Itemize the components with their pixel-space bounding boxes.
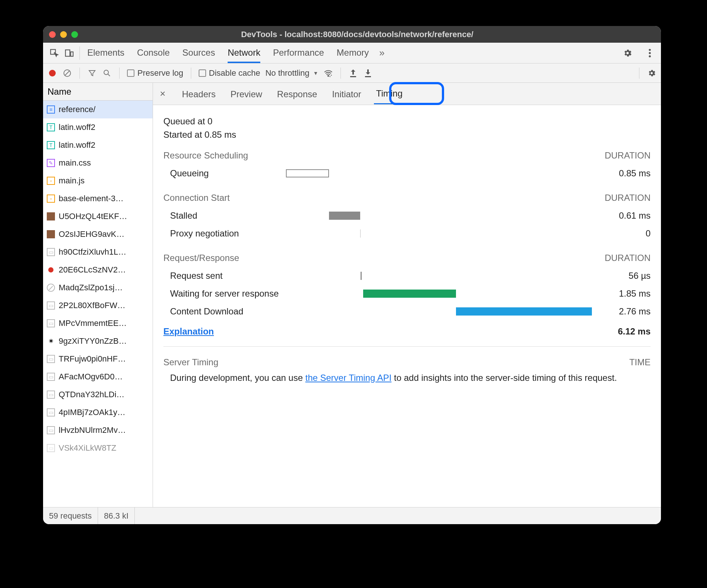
request-list[interactable]: ≡reference/Tlatin.woff2Tlatin.woff2✎main… (43, 101, 153, 507)
minimize-window-icon[interactable] (60, 31, 67, 38)
timing-label: Queueing (163, 168, 286, 179)
tab-memory[interactable]: Memory (337, 43, 369, 63)
status-bar: 59 requests 86.3 kI (43, 507, 661, 524)
network-conditions-icon[interactable] (323, 68, 333, 78)
generic-file-icon: ▭ (47, 391, 55, 399)
request-name: 20E6CLcSzNV2… (59, 265, 126, 275)
disable-cache-checkbox[interactable]: Disable cache (199, 68, 260, 78)
tab-console[interactable]: Console (137, 43, 170, 63)
preserve-log-label: Preserve log (137, 68, 183, 78)
json-file-icon (47, 266, 55, 274)
img-file-icon (47, 212, 55, 220)
generic-file-icon: ▭ (47, 248, 55, 256)
tab-network[interactable]: Network (228, 43, 260, 63)
tab-headers[interactable]: Headers (180, 84, 218, 104)
more-tabs-icon[interactable]: » (379, 47, 384, 59)
preserve-log-checkbox[interactable]: Preserve log (127, 68, 183, 78)
detail-tabs: × Headers Preview Response Initiator Tim… (153, 83, 661, 105)
svg-rect-9 (350, 76, 356, 77)
request-row[interactable]: ▫main.js (43, 172, 153, 190)
request-name: U5OHzQL4tEKF… (59, 212, 127, 221)
doc-file-icon: ≡ (47, 105, 55, 114)
timing-value: 56 µs (595, 271, 651, 281)
request-row[interactable]: 20E6CLcSzNV2… (43, 261, 153, 279)
request-row[interactable]: MadqZslZpo1sj… (43, 279, 153, 297)
request-row[interactable]: ▫base-element-3… (43, 190, 153, 208)
tab-initiator[interactable]: Initiator (330, 84, 364, 104)
request-row[interactable]: O2sIJEHG9avK… (43, 225, 153, 243)
request-row[interactable]: U5OHzQL4tEKF… (43, 208, 153, 225)
request-row[interactable]: ▭2P2L80XfBoFW… (43, 297, 153, 314)
filter-icon[interactable] (87, 68, 97, 78)
request-row[interactable]: ✎main.css (43, 154, 153, 172)
server-timing-api-link[interactable]: the Server Timing API (305, 373, 391, 383)
kebab-menu-icon[interactable] (642, 46, 657, 61)
request-row[interactable]: ▭MPcVmmemtEE… (43, 314, 153, 332)
record-icon[interactable] (48, 68, 57, 78)
request-name: TRFujw0pi0nHF… (59, 354, 126, 364)
separator (341, 68, 341, 79)
font-file-icon: T (47, 141, 55, 149)
request-row[interactable]: ≡reference/ (43, 101, 153, 118)
network-settings-gear-icon[interactable] (647, 68, 656, 78)
text: During development, you can use (170, 373, 305, 383)
request-name: QTDnaY32hLDi… (59, 390, 124, 399)
clear-icon[interactable] (62, 68, 72, 78)
timing-value: 0.61 ms (595, 210, 651, 221)
request-list-header[interactable]: Name (43, 83, 153, 101)
request-row[interactable]: Tlatin.woff2 (43, 118, 153, 136)
request-row[interactable]: ▭AFacMOgv6D0… (43, 368, 153, 386)
tab-sources[interactable]: Sources (182, 43, 215, 63)
svg-point-5 (649, 55, 651, 57)
tab-performance[interactable]: Performance (273, 43, 324, 63)
request-name: latin.woff2 (59, 140, 95, 150)
request-row[interactable]: ▭h90CtfziXluvh1L… (43, 243, 153, 261)
generic-file-icon: ▭ (47, 301, 55, 310)
timing-bar (286, 169, 329, 177)
network-body: Name ≡reference/Tlatin.woff2Tlatin.woff2… (43, 83, 661, 507)
timing-bar (456, 307, 592, 316)
request-row[interactable]: ▭VSk4XiLkW8TZ (43, 439, 153, 457)
upload-har-icon[interactable] (348, 68, 358, 78)
request-row[interactable]: ▭QTDnaY32hLDi… (43, 386, 153, 404)
close-window-icon[interactable] (49, 31, 56, 38)
request-name: main.css (59, 158, 91, 168)
device-toolbar-icon[interactable] (62, 46, 76, 61)
separator (639, 68, 639, 79)
close-detail-icon[interactable]: × (156, 88, 169, 99)
tab-timing[interactable]: Timing (374, 83, 405, 104)
download-har-icon[interactable] (363, 68, 373, 78)
section-title: Server Timing (163, 357, 218, 368)
timing-label: Content Download (163, 306, 286, 317)
request-row[interactable]: ▭TRFujw0pi0nHF… (43, 350, 153, 368)
generic-file-icon: ▭ (47, 426, 55, 434)
section-title: Connection Start (163, 193, 230, 203)
request-row[interactable]: ▭lHvzbNUlrm2Mv… (43, 421, 153, 439)
request-name: 9gzXiTYY0nZzB… (59, 336, 127, 346)
search-icon[interactable] (102, 68, 112, 78)
generic-file-icon: ▭ (47, 355, 55, 363)
gear-file-icon: ✷ (47, 337, 55, 345)
generic-file-icon: ▭ (47, 444, 55, 452)
request-row[interactable]: Tlatin.woff2 (43, 136, 153, 154)
throttling-dropdown[interactable]: No throttling ▼ (265, 68, 318, 78)
request-name: reference/ (59, 105, 95, 114)
started-text: Started at 0.85 ms (163, 130, 651, 140)
main-tab-list: Elements Console Sources Network Perform… (87, 43, 369, 63)
tab-elements[interactable]: Elements (87, 43, 124, 63)
explanation-link[interactable]: Explanation (163, 326, 214, 337)
request-row[interactable]: ▭4pIMBj7zOAk1y… (43, 404, 153, 421)
inspect-element-icon[interactable] (47, 46, 62, 61)
request-row[interactable]: ✷9gzXiTYY0nZzB… (43, 332, 153, 350)
svg-point-4 (649, 52, 651, 54)
timing-label: Proxy negotiation (163, 228, 286, 239)
timing-bar-area (286, 169, 595, 178)
section-request-response: Request/Response DURATION (163, 253, 651, 263)
settings-gear-icon[interactable] (620, 46, 635, 61)
request-name: O2sIJEHG9avK… (59, 229, 124, 239)
timing-bar (363, 290, 456, 298)
request-detail-panel: × Headers Preview Response Initiator Tim… (153, 83, 661, 507)
zoom-window-icon[interactable] (71, 31, 78, 38)
tab-response[interactable]: Response (275, 84, 319, 104)
tab-preview[interactable]: Preview (228, 84, 264, 104)
